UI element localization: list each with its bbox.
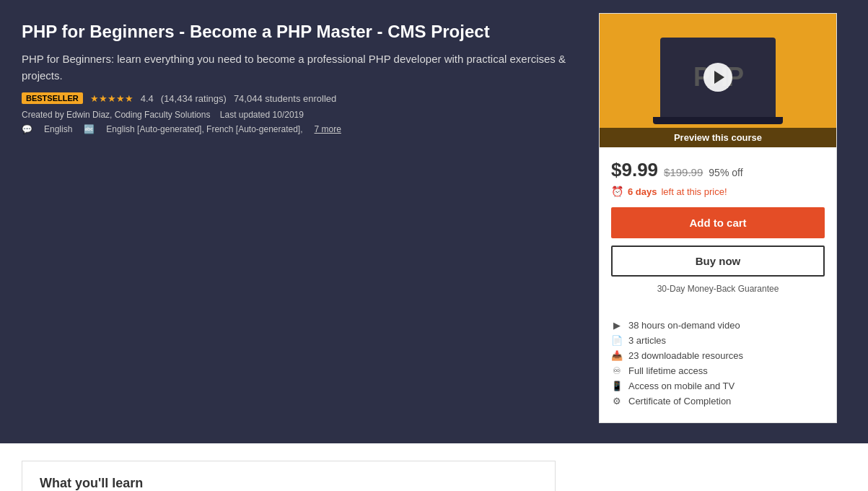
laptop-screen: PHP xyxy=(660,38,776,117)
course-subtitle: PHP for Beginners: learn everything you … xyxy=(22,51,584,84)
enrollment-count: 74,044 students enrolled xyxy=(234,93,336,104)
page-wrapper: PHP for Beginners - Become a PHP Master … xyxy=(0,0,868,491)
mobile-icon: 📱 xyxy=(611,381,623,391)
last-updated: Last updated 10/2019 xyxy=(220,110,304,120)
includes-item-1: 3 articles xyxy=(628,335,666,346)
play-button[interactable] xyxy=(703,63,732,92)
star-icons: ★★★★★ xyxy=(90,93,133,104)
hero-meta: BESTSELLER ★★★★★ 4.4 (14,434 ratings) 74… xyxy=(22,92,584,104)
includes-item-0: 38 hours on-demand video xyxy=(628,320,740,331)
price-row: $9.99 $199.99 95% off xyxy=(611,159,825,181)
course-card: PHP Preview this course $9.99 $199.99 95… xyxy=(599,13,837,423)
timer-days: 6 days xyxy=(628,186,657,197)
preview-label[interactable]: Preview this course xyxy=(600,128,836,147)
laptop-base xyxy=(653,117,783,124)
captions-text: English [Auto-generated], French [Auto-g… xyxy=(106,124,302,134)
more-captions-link[interactable]: 7 more xyxy=(315,124,341,134)
timer-icon: ⏰ xyxy=(611,186,623,197)
learn-title: What you'll learn xyxy=(40,476,538,491)
original-price: $199.99 xyxy=(664,166,703,178)
includes-item-4: Access on mobile and TV xyxy=(628,381,735,391)
includes-item-3: Full lifetime access xyxy=(628,365,708,376)
list-item: ▶38 hours on-demand video xyxy=(611,320,825,331)
money-back-guarantee: 30-Day Money-Back Guarantee xyxy=(611,284,825,294)
includes-list: ▶38 hours on-demand video 📄3 articles 📥2… xyxy=(611,320,825,407)
rating-value: 4.4 xyxy=(141,93,154,104)
hero-content: PHP for Beginners - Become a PHP Master … xyxy=(22,20,584,423)
list-item: 📄3 articles xyxy=(611,335,825,346)
created-by-text: Created by Edwin Diaz, Coding Faculty So… xyxy=(22,110,210,120)
discount-badge: 95% off xyxy=(709,167,742,178)
timer-text: left at this price! xyxy=(661,186,727,197)
speech-icon: 💬 xyxy=(22,124,32,134)
caption-icon: 🔤 xyxy=(84,124,95,134)
creator-info: Created by Edwin Diaz, Coding Faculty So… xyxy=(22,110,584,120)
learn-box: What you'll learn ✔ You will learn to cr… xyxy=(22,461,556,491)
list-item: ⚙Certificate of Completion xyxy=(611,396,825,407)
current-price: $9.99 xyxy=(611,159,658,181)
add-to-cart-button[interactable]: Add to cart xyxy=(611,207,825,238)
language-label: English xyxy=(44,124,72,134)
list-item: 📱Access on mobile and TV xyxy=(611,381,825,391)
download-icon: 📥 xyxy=(611,350,623,361)
video-icon: ▶ xyxy=(611,320,623,331)
list-item: ♾Full lifetime access xyxy=(611,365,825,376)
article-icon: 📄 xyxy=(611,335,623,346)
timer-row: ⏰ 6 days left at this price! xyxy=(611,186,825,197)
list-item: 📥23 downloadable resources xyxy=(611,350,825,361)
language-info: 💬 English 🔤 English [Auto-generated], Fr… xyxy=(22,124,584,134)
rating-count: (14,434 ratings) xyxy=(161,93,227,104)
lifetime-icon: ♾ xyxy=(611,365,623,376)
buy-now-button[interactable]: Buy now xyxy=(611,246,825,277)
bestseller-badge: BESTSELLER xyxy=(22,92,83,104)
card-body: $9.99 $199.99 95% off ⏰ 6 days left at t… xyxy=(600,147,836,422)
laptop-display: PHP xyxy=(653,38,783,124)
includes-item-2: 23 downloadable resources xyxy=(628,350,743,361)
hero-section: PHP for Beginners - Become a PHP Master … xyxy=(0,0,868,443)
main-content: What you'll learn ✔ You will learn to cr… xyxy=(0,443,577,491)
course-title: PHP for Beginners - Become a PHP Master … xyxy=(22,20,584,43)
includes-title: This course includes xyxy=(611,303,825,314)
certificate-icon: ⚙ xyxy=(611,396,623,407)
includes-item-5: Certificate of Completion xyxy=(628,396,731,407)
course-preview[interactable]: PHP Preview this course xyxy=(600,14,836,147)
